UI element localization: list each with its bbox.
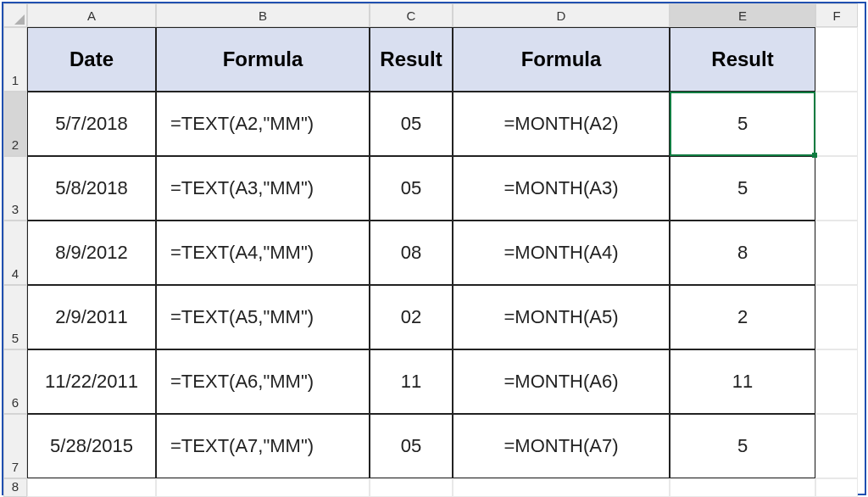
cell-A4[interactable]: 8/9/2012 xyxy=(27,221,156,285)
cell-E3[interactable]: 5 xyxy=(670,156,815,221)
cell-E6[interactable]: 11 xyxy=(670,349,815,414)
cell-F2[interactable] xyxy=(815,92,858,156)
cell-F5[interactable] xyxy=(815,285,858,349)
cell-D5[interactable]: =MONTH(A5) xyxy=(453,285,670,349)
row-header-5[interactable]: 5 xyxy=(3,285,27,349)
header-formula2[interactable]: Formula xyxy=(453,27,670,92)
col-header-A[interactable]: A xyxy=(27,3,156,27)
cell-F8[interactable] xyxy=(815,478,858,497)
cell-E2-selected[interactable]: 5 xyxy=(670,92,815,156)
cell-E7[interactable]: 5 xyxy=(670,414,815,478)
grid: A B C D E F 1 Date Formula Result Formul… xyxy=(3,3,865,497)
cell-D2[interactable]: =MONTH(A2) xyxy=(453,92,670,156)
select-all-corner[interactable] xyxy=(3,3,27,27)
cell-A7[interactable]: 5/28/2015 xyxy=(27,414,156,478)
cell-D6[interactable]: =MONTH(A6) xyxy=(453,349,670,414)
cell-B7[interactable]: =TEXT(A7,"MM") xyxy=(156,414,370,478)
row-header-2[interactable]: 2 xyxy=(3,92,27,156)
cell-D8[interactable] xyxy=(453,478,670,497)
col-header-D[interactable]: D xyxy=(453,3,670,27)
row-header-4[interactable]: 4 xyxy=(3,221,27,285)
cell-F1[interactable] xyxy=(815,27,858,92)
cell-A8[interactable] xyxy=(27,478,156,497)
cell-C2[interactable]: 05 xyxy=(370,92,453,156)
cell-A3[interactable]: 5/8/2018 xyxy=(27,156,156,221)
cell-F7[interactable] xyxy=(815,414,858,478)
cell-C3[interactable]: 05 xyxy=(370,156,453,221)
spreadsheet-frame: A B C D E F 1 Date Formula Result Formul… xyxy=(2,2,866,495)
cell-B8[interactable] xyxy=(156,478,370,497)
cell-C6[interactable]: 11 xyxy=(370,349,453,414)
col-header-B[interactable]: B xyxy=(156,3,370,27)
header-formula1[interactable]: Formula xyxy=(156,27,370,92)
header-date[interactable]: Date xyxy=(27,27,156,92)
cell-D4[interactable]: =MONTH(A4) xyxy=(453,221,670,285)
cell-A5[interactable]: 2/9/2011 xyxy=(27,285,156,349)
cell-C5[interactable]: 02 xyxy=(370,285,453,349)
cell-C8[interactable] xyxy=(370,478,453,497)
header-result2[interactable]: Result xyxy=(670,27,815,92)
cell-E8[interactable] xyxy=(670,478,815,497)
cell-B5[interactable]: =TEXT(A5,"MM") xyxy=(156,285,370,349)
cell-E4[interactable]: 8 xyxy=(670,221,815,285)
cell-C4[interactable]: 08 xyxy=(370,221,453,285)
cell-B6[interactable]: =TEXT(A6,"MM") xyxy=(156,349,370,414)
cell-B2[interactable]: =TEXT(A2,"MM") xyxy=(156,92,370,156)
row-header-7[interactable]: 7 xyxy=(3,414,27,478)
row-header-3[interactable]: 3 xyxy=(3,156,27,221)
row-header-8[interactable]: 8 xyxy=(3,478,27,497)
cell-E5[interactable]: 2 xyxy=(670,285,815,349)
cell-B4[interactable]: =TEXT(A4,"MM") xyxy=(156,221,370,285)
cell-F4[interactable] xyxy=(815,221,858,285)
col-header-F[interactable]: F xyxy=(815,3,858,27)
cell-A2[interactable]: 5/7/2018 xyxy=(27,92,156,156)
cell-C7[interactable]: 05 xyxy=(370,414,453,478)
cell-F3[interactable] xyxy=(815,156,858,221)
cell-A6[interactable]: 11/22/2011 xyxy=(27,349,156,414)
header-result1[interactable]: Result xyxy=(370,27,453,92)
col-header-E[interactable]: E xyxy=(670,3,815,27)
col-header-C[interactable]: C xyxy=(370,3,453,27)
cell-F6[interactable] xyxy=(815,349,858,414)
row-header-1[interactable]: 1 xyxy=(3,27,27,92)
row-header-6[interactable]: 6 xyxy=(3,349,27,414)
cell-B3[interactable]: =TEXT(A3,"MM") xyxy=(156,156,370,221)
cell-D7[interactable]: =MONTH(A7) xyxy=(453,414,670,478)
cell-D3[interactable]: =MONTH(A3) xyxy=(453,156,670,221)
